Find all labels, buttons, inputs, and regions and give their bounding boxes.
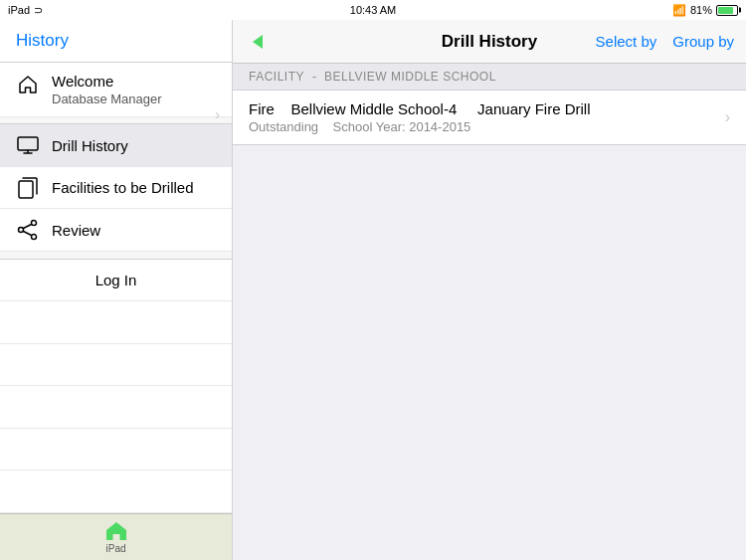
drill-name: January Fire Drill xyxy=(477,100,590,117)
app-container: History Welcome Database Manager › xyxy=(0,20,746,560)
svg-point-3 xyxy=(19,228,24,233)
drill-item-title: Fire Bellview Middle School-4 January Fi… xyxy=(249,100,717,117)
breadcrumb-separator: - xyxy=(312,70,316,84)
welcome-sublabel: Database Manager xyxy=(52,92,216,106)
breadcrumb-facility-name: BELLVIEW MIDDLE SCHOOL xyxy=(324,70,496,84)
sidebar-item-review[interactable]: Review xyxy=(0,209,232,252)
sidebar-item-login[interactable]: Log In xyxy=(0,260,232,302)
back-arrow-icon xyxy=(245,31,267,53)
device-label: iPad xyxy=(8,4,30,16)
home-icon xyxy=(16,73,40,96)
sidebar: History Welcome Database Manager › xyxy=(0,20,233,560)
empty-row-5 xyxy=(0,470,232,513)
sidebar-item-drill-history[interactable]: Drill History xyxy=(0,124,232,167)
empty-row-1 xyxy=(0,301,232,344)
drill-history-label: Drill History xyxy=(52,137,128,154)
drill-item-chevron-icon: › xyxy=(725,108,730,126)
main-content: Drill History Select by Group by FACILIT… xyxy=(233,20,746,560)
drill-item-content: Fire Bellview Middle School-4 January Fi… xyxy=(249,100,717,134)
status-bar: iPad ⊃ 10:43 AM 📶 81% xyxy=(0,0,746,20)
welcome-label: Welcome xyxy=(52,73,216,90)
section-spacer-2 xyxy=(0,252,232,260)
section-spacer-1 xyxy=(0,117,232,125)
back-button[interactable] xyxy=(245,31,267,53)
drill-type: Fire xyxy=(249,100,275,117)
sidebar-item-welcome[interactable]: Welcome Database Manager › xyxy=(0,63,232,117)
breadcrumb: FACILITY - BELLVIEW MIDDLE SCHOOL xyxy=(233,64,746,91)
footer-home-icon xyxy=(104,519,128,541)
svg-point-2 xyxy=(32,221,37,226)
svg-point-4 xyxy=(32,235,37,240)
wifi-icon: ⊃ xyxy=(34,4,43,17)
copy-icon xyxy=(16,176,40,200)
share-icon xyxy=(16,218,40,242)
review-label: Review xyxy=(52,222,100,239)
sidebar-title: History xyxy=(16,31,69,51)
drill-list-item[interactable]: Fire Bellview Middle School-4 January Fi… xyxy=(233,91,746,145)
sidebar-item-facilities[interactable]: Facilities to be Drilled xyxy=(0,167,232,210)
nav-bar: Drill History Select by Group by xyxy=(233,20,746,64)
nav-title: Drill History xyxy=(442,32,537,52)
footer-label: iPad xyxy=(105,543,125,554)
drill-status: Outstanding xyxy=(249,119,318,134)
battery-icon xyxy=(716,5,738,16)
svg-marker-5 xyxy=(253,35,263,49)
status-right: 📶 81% xyxy=(672,4,738,17)
battery-fill xyxy=(718,7,733,14)
empty-row-2 xyxy=(0,344,232,387)
group-by-button[interactable]: Group by xyxy=(672,33,734,50)
facilities-label: Facilities to be Drilled xyxy=(52,179,194,196)
empty-row-4 xyxy=(0,429,232,471)
login-label: Log In xyxy=(95,272,137,288)
bluetooth-icon: 📶 xyxy=(672,4,686,17)
svg-rect-0 xyxy=(18,137,38,150)
drill-list: Fire Bellview Middle School-4 January Fi… xyxy=(233,91,746,560)
empty-row-3 xyxy=(0,386,232,429)
drill-facility: Bellview Middle School-4 xyxy=(291,100,458,117)
svg-rect-1 xyxy=(19,181,33,198)
sidebar-footer: iPad xyxy=(0,513,232,560)
sidebar-header: History xyxy=(0,20,232,63)
status-left: iPad ⊃ xyxy=(8,4,43,17)
status-time: 10:43 AM xyxy=(350,4,396,16)
breadcrumb-facility-label: FACILITY xyxy=(249,70,304,84)
chevron-right-icon: › xyxy=(215,106,220,122)
battery-percent: 81% xyxy=(690,4,712,16)
drill-school-year: School Year: 2014-2015 xyxy=(333,119,471,134)
select-by-button[interactable]: Select by xyxy=(596,33,657,50)
nav-actions: Select by Group by xyxy=(596,33,734,50)
drill-item-subtitle: Outstanding School Year: 2014-2015 xyxy=(249,119,717,134)
monitor-icon xyxy=(16,133,40,157)
